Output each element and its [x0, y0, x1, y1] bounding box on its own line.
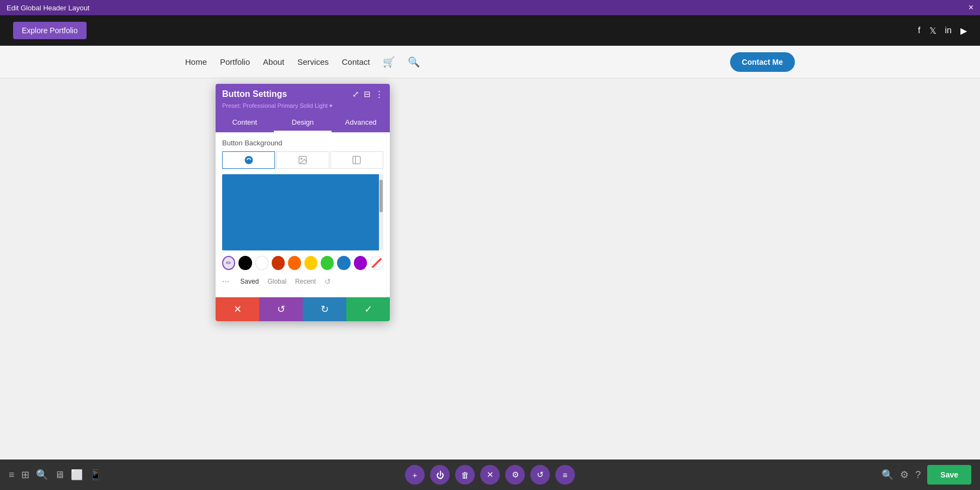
bottom-search-left-icon[interactable]: 🔍: [36, 469, 48, 481]
svg-rect-3: [353, 156, 361, 164]
bottom-grid-icon[interactable]: ⊞: [21, 469, 29, 481]
undo-button[interactable]: ↺: [259, 297, 303, 321]
nav-contact[interactable]: Contact: [342, 57, 370, 66]
swatch-orange[interactable]: [288, 256, 301, 270]
bottom-right-area: 🔍 ⚙ ? Save: [881, 465, 971, 485]
header-preview: Explore Portfolio f 𝕏 in ▶: [0, 15, 980, 46]
bottom-right-help-icon[interactable]: ?: [915, 469, 921, 481]
search-icon[interactable]: 🔍: [408, 56, 420, 68]
close-icon[interactable]: ×: [969, 3, 973, 13]
nav-bar: Home Portfolio About Services Contact 🛒 …: [0, 46, 980, 78]
bottom-mobile-icon[interactable]: 📱: [89, 469, 101, 481]
saved-tab-global[interactable]: Global: [267, 278, 286, 285]
social-icons-bar: f 𝕏 in ▶: [918, 26, 967, 36]
color-picker-area[interactable]: [222, 174, 383, 250]
bottom-left-icons: ≡ ⊞ 🔍 🖥 ⬜ 📱: [9, 469, 101, 481]
nav-home[interactable]: Home: [185, 57, 207, 66]
main-area: Button Settings ⤢ ⊟ ⋮ Preset: Profession…: [0, 78, 980, 490]
more-dots-icon[interactable]: ···: [222, 277, 229, 286]
top-bar-title: Edit Global Header Layout: [7, 4, 969, 12]
save-button[interactable]: Save: [927, 465, 971, 485]
bg-type-image[interactable]: [276, 151, 329, 169]
bottom-layers-icon[interactable]: ≡: [555, 465, 575, 485]
bottom-center-icons: + ⏻ 🗑 ✕ ⚙ ↺ ≡: [405, 465, 575, 485]
panel-title: Button Settings: [222, 89, 287, 99]
bottom-right-settings-icon[interactable]: ⚙: [900, 469, 909, 481]
panel-scrollbar[interactable]: [379, 174, 383, 250]
panel-more-icon[interactable]: ⋮: [375, 89, 383, 99]
svg-point-2: [301, 158, 302, 159]
redo-button[interactable]: ↻: [303, 297, 346, 321]
saved-tabs: Saved Global Recent ↺: [236, 277, 331, 286]
bottom-tablet-icon[interactable]: ⬜: [71, 469, 83, 481]
cart-icon[interactable]: 🛒: [383, 56, 395, 68]
youtube-icon[interactable]: ▶: [960, 26, 967, 36]
svg-point-0: [244, 156, 253, 164]
panel-actions: ✕ ↺ ↻ ✓: [216, 297, 390, 321]
button-settings-panel: Button Settings ⤢ ⊟ ⋮ Preset: Profession…: [216, 84, 390, 321]
panel-header-icons: ⤢ ⊟ ⋮: [352, 89, 383, 99]
bottom-add-icon[interactable]: +: [405, 465, 425, 485]
bottom-toolbar: ≡ ⊞ 🔍 🖥 ⬜ 📱 + ⏻ 🗑 ✕ ⚙ ↺ ≡ 🔍 ⚙ ? Save: [0, 460, 980, 490]
panel-expand-icon[interactable]: ⤢: [352, 89, 359, 99]
cancel-button[interactable]: ✕: [216, 297, 259, 321]
nav-about[interactable]: About: [263, 57, 284, 66]
bottom-settings-icon[interactable]: ⚙: [505, 465, 525, 485]
panel-preset[interactable]: Preset: Professional Primary Solid Light…: [216, 102, 390, 114]
bottom-power-icon[interactable]: ⏻: [430, 465, 450, 485]
tab-advanced[interactable]: Advanced: [332, 114, 390, 132]
panel-columns-icon[interactable]: ⊟: [364, 89, 371, 99]
bottom-history-icon[interactable]: ↺: [530, 465, 550, 485]
panel-scrollbar-thumb: [379, 180, 383, 212]
bottom-close-icon[interactable]: ✕: [480, 465, 500, 485]
tab-design[interactable]: Design: [274, 114, 332, 132]
saved-tab-saved[interactable]: Saved: [240, 278, 259, 285]
swatch-none[interactable]: [370, 256, 383, 270]
nav-links: Home Portfolio About Services Contact 🛒 …: [185, 56, 730, 68]
tab-content[interactable]: Content: [216, 114, 274, 132]
swatch-purple[interactable]: [354, 256, 367, 270]
nav-portfolio[interactable]: Portfolio: [220, 57, 250, 66]
color-picker-pencil[interactable]: ✏: [222, 256, 235, 270]
bottom-right-search-icon[interactable]: 🔍: [881, 469, 893, 481]
contact-me-button[interactable]: Contact Me: [730, 52, 795, 72]
panel-tabs: Content Design Advanced: [216, 114, 390, 132]
confirm-button[interactable]: ✓: [346, 297, 390, 321]
panel-body: Button Background ✏: [216, 132, 390, 297]
linkedin-icon[interactable]: in: [945, 26, 952, 35]
saved-tab-recent[interactable]: Recent: [295, 278, 316, 285]
swatch-white[interactable]: [255, 256, 268, 270]
swatch-green[interactable]: [321, 256, 334, 270]
twitter-icon[interactable]: 𝕏: [929, 26, 936, 36]
nav-right: Contact Me: [730, 52, 795, 72]
explore-portfolio-button[interactable]: Explore Portfolio: [13, 22, 87, 39]
bg-type-gradient[interactable]: [330, 151, 383, 169]
bottom-delete-icon[interactable]: 🗑: [455, 465, 475, 485]
swatch-red[interactable]: [272, 256, 285, 270]
top-bar: Edit Global Header Layout ×: [0, 0, 980, 15]
bg-type-selector: [222, 151, 383, 169]
swatch-yellow[interactable]: [304, 256, 317, 270]
swatch-black[interactable]: [238, 256, 252, 270]
bg-type-color[interactable]: [222, 151, 275, 169]
color-swatches: ✏: [222, 256, 383, 270]
swatch-blue[interactable]: [337, 256, 350, 270]
bottom-menu-icon[interactable]: ≡: [9, 469, 15, 481]
nav-services[interactable]: Services: [297, 57, 329, 66]
panel-header: Button Settings ⤢ ⊟ ⋮: [216, 84, 390, 102]
button-bg-label: Button Background: [222, 139, 383, 147]
facebook-icon[interactable]: f: [918, 26, 920, 35]
saved-refresh-icon[interactable]: ↺: [324, 277, 331, 286]
bottom-desktop-icon[interactable]: 🖥: [54, 469, 64, 481]
